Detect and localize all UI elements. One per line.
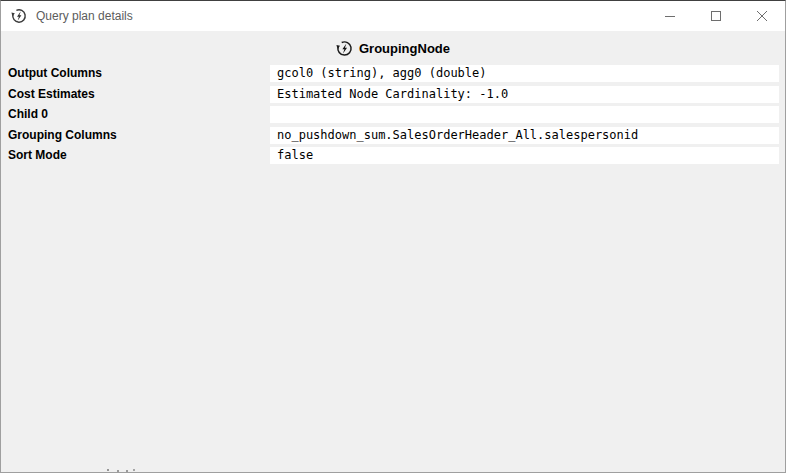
detail-label: Cost Estimates	[8, 86, 95, 103]
close-icon	[757, 7, 767, 25]
screen-edge-artifact	[107, 469, 109, 471]
detail-label: Child 0	[8, 106, 48, 123]
close-button[interactable]	[739, 1, 785, 31]
detail-row-sort-mode: Sort Mode false	[1, 147, 785, 164]
node-header: GroupingNode	[1, 40, 785, 57]
query-plan-details-window: Query plan details	[0, 0, 786, 473]
detail-label: Output Columns	[8, 65, 102, 82]
detail-row-child-0: Child 0	[1, 106, 785, 123]
minimize-icon	[665, 7, 675, 25]
sort-mode-field[interactable]: false	[270, 147, 779, 164]
query-plan-bolt-icon	[11, 8, 27, 24]
maximize-icon	[711, 7, 721, 25]
maximize-button[interactable]	[693, 1, 739, 31]
detail-label: Sort Mode	[8, 147, 67, 164]
output-columns-field[interactable]: gcol0 (string), agg0 (double)	[270, 65, 779, 82]
node-title: GroupingNode	[359, 41, 450, 56]
cost-estimates-field[interactable]: Estimated Node Cardinality: -1.0	[270, 86, 779, 103]
minimize-button[interactable]	[647, 1, 693, 31]
title-bar[interactable]: Query plan details	[1, 1, 785, 31]
detail-row-grouping-columns: Grouping Columns no_pushdown_sum.SalesOr…	[1, 127, 785, 144]
grouping-node-bolt-icon	[336, 40, 353, 57]
detail-label: Grouping Columns	[8, 127, 117, 144]
grouping-columns-field[interactable]: no_pushdown_sum.SalesOrderHeader_All.sal…	[270, 127, 779, 144]
window-title: Query plan details	[36, 9, 647, 23]
detail-row-output-columns: Output Columns gcol0 (string), agg0 (dou…	[1, 65, 785, 82]
child-0-field[interactable]	[270, 106, 779, 123]
detail-row-cost-estimates: Cost Estimates Estimated Node Cardinalit…	[1, 86, 785, 103]
